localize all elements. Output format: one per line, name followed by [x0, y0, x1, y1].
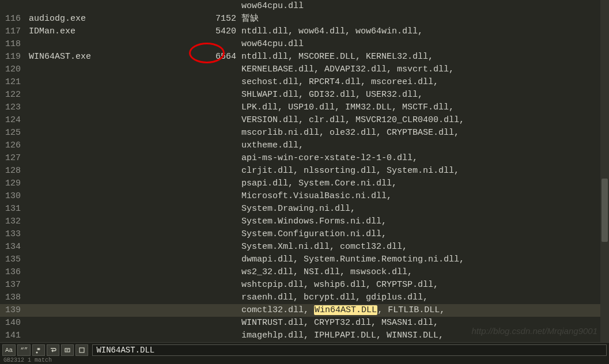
search-match: Win64AST.DLL: [314, 305, 377, 315]
editor-area[interactable]: wow64cpu.dll116audiodg.exe 7152 暂缺117IDM…: [0, 0, 609, 342]
editor-line[interactable]: 138 rsaenh.dll, bcrypt.dll, gdiplus.dll,: [0, 291, 609, 304]
line-number: 135: [0, 253, 25, 266]
line-number: 117: [0, 25, 25, 38]
line-content: Microsoft.VisualBasic.ni.dll,: [25, 190, 609, 203]
editor-line[interactable]: wow64cpu.dll: [0, 0, 609, 13]
line-number: [0, 0, 25, 13]
line-content: System.Drawing.ni.dll,: [25, 203, 609, 215]
line-number: 121: [0, 76, 25, 89]
line-number: 138: [0, 291, 25, 304]
editor-line[interactable]: 133 System.Configuration.ni.dll,: [0, 228, 609, 241]
wrap-icon: [50, 347, 56, 354]
editor-line[interactable]: 122 SHLWAPI.dll, GDI32.dll, USER32.dll,: [0, 89, 609, 101]
line-content: uxtheme.dll,: [25, 139, 609, 152]
line-number: 136: [0, 266, 25, 279]
highlight-button[interactable]: [75, 344, 88, 356]
in-selection-button[interactable]: [61, 344, 74, 356]
line-number: 133: [0, 228, 25, 241]
line-number: 120: [0, 63, 25, 76]
editor-line[interactable]: 123 LPK.dll, USP10.dll, IMM32.DLL, MSCTF…: [0, 101, 609, 114]
line-number: 122: [0, 89, 25, 101]
editor-line[interactable]: 127 api-ms-win-core-xstate-l2-1-0.dll,: [0, 152, 609, 165]
status-bar: GB2312 1 match: [0, 357, 609, 364]
line-content: LPK.dll, USP10.dll, IMM32.DLL, MSCTF.dll…: [25, 101, 609, 114]
editor-line[interactable]: 126 uxtheme.dll,: [0, 139, 609, 152]
line-number: 125: [0, 127, 25, 139]
footer: Aa “” GB2312 1 match: [0, 342, 609, 364]
editor-line[interactable]: 116audiodg.exe 7152 暂缺: [0, 13, 609, 25]
editor-line[interactable]: 139 comctl32.dll, Win64AST.DLL, FLTLIB.D…: [0, 304, 609, 317]
editor-line[interactable]: 121 sechost.dll, RPCRT4.dll, mscoreei.dl…: [0, 76, 609, 89]
line-content: WIN64AST.exe 6564 ntdll.dll, MSCOREE.DLL…: [25, 51, 609, 63]
line-content: SHLWAPI.dll, GDI32.dll, USER32.dll,: [25, 89, 609, 101]
line-number: 140: [0, 317, 25, 329]
line-number: 127: [0, 152, 25, 165]
line-number: 132: [0, 215, 25, 228]
selection-icon: [64, 347, 71, 354]
line-content: System.Configuration.ni.dll,: [25, 228, 609, 241]
editor-line[interactable]: 119WIN64AST.exe 6564 ntdll.dll, MSCOREE.…: [0, 51, 609, 63]
line-number: 124: [0, 114, 25, 127]
line-content: audiodg.exe 7152 暂缺: [25, 13, 609, 25]
editor-line[interactable]: 124 VERSION.dll, clr.dll, MSVCR120_CLR04…: [0, 114, 609, 127]
editor-line[interactable]: 129 psapi.dll, System.Core.ni.dll,: [0, 177, 609, 190]
editor-line[interactable]: 136 ws2_32.dll, NSI.dll, mswsock.dll,: [0, 266, 609, 279]
line-content: mscorlib.ni.dll, ole32.dll, CRYPTBASE.dl…: [25, 127, 609, 139]
editor-line[interactable]: 118 wow64cpu.dll: [0, 38, 609, 51]
line-content: sechost.dll, RPCRT4.dll, mscoreei.dll,: [25, 76, 609, 89]
vertical-scrollbar-thumb[interactable]: [602, 179, 608, 242]
editor-line[interactable]: 137 wshtcpip.dll, wship6.dll, CRYPTSP.dl…: [0, 279, 609, 291]
editor-line[interactable]: 131 System.Drawing.ni.dll,: [0, 203, 609, 215]
editor-line[interactable]: 125 mscorlib.ni.dll, ole32.dll, CRYPTBAS…: [0, 127, 609, 139]
line-number: 134: [0, 241, 25, 253]
line-content: wow64cpu.dll: [25, 38, 609, 51]
line-number: 129: [0, 177, 25, 190]
line-number: 128: [0, 165, 25, 177]
line-number: 116: [0, 13, 25, 25]
line-content: rsaenh.dll, bcrypt.dll, gdiplus.dll,: [25, 291, 609, 304]
line-number: 123: [0, 101, 25, 114]
line-number: 126: [0, 139, 25, 152]
editor-line[interactable]: 132 System.Windows.Forms.ni.dll,: [0, 215, 609, 228]
line-number: 141: [0, 329, 25, 342]
search-input[interactable]: [92, 344, 607, 356]
highlight-icon: [78, 347, 85, 354]
line-content: wow64cpu.dll: [25, 0, 609, 13]
vertical-scrollbar[interactable]: [600, 0, 609, 342]
regex-icon: [35, 347, 42, 354]
line-content: dwmapi.dll, System.Runtime.Remoting.ni.d…: [25, 253, 609, 266]
svg-rect-2: [65, 348, 70, 352]
editor-line[interactable]: 134 System.Xml.ni.dll, comctl32.dll,: [0, 241, 609, 253]
line-content: clrjit.dll, nlssorting.dll, System.ni.dl…: [25, 165, 609, 177]
line-content: wshtcpip.dll, wship6.dll, CRYPTSP.dll,: [25, 279, 609, 291]
editor-line[interactable]: 135 dwmapi.dll, System.Runtime.Remoting.…: [0, 253, 609, 266]
line-number: 118: [0, 38, 25, 51]
svg-point-1: [36, 352, 37, 353]
line-content: ws2_32.dll, NSI.dll, mswsock.dll,: [25, 266, 609, 279]
line-content: psapi.dll, System.Core.ni.dll,: [25, 177, 609, 190]
line-content: imagehlp.dll, IPHLPAPI.DLL, WINNSI.DLL,: [25, 329, 609, 342]
editor-line[interactable]: 128 clrjit.dll, nlssorting.dll, System.n…: [0, 165, 609, 177]
line-content: System.Windows.Forms.ni.dll,: [25, 215, 609, 228]
editor-line[interactable]: 130 Microsoft.VisualBasic.ni.dll,: [0, 190, 609, 203]
line-number: 119: [0, 51, 25, 63]
editor-line[interactable]: 120 KERNELBASE.dll, ADVAPI32.dll, msvcrt…: [0, 63, 609, 76]
search-bar: Aa “”: [0, 343, 609, 357]
line-content: api-ms-win-core-xstate-l2-1-0.dll,: [25, 152, 609, 165]
line-content: IDMan.exe 5420 ntdll.dll, wow64.dll, wow…: [25, 25, 609, 38]
line-content: comctl32.dll, Win64AST.DLL, FLTLIB.DLL,: [25, 304, 609, 317]
svg-rect-3: [80, 348, 84, 352]
editor-line[interactable]: 141 imagehlp.dll, IPHLPAPI.DLL, WINNSI.D…: [0, 329, 609, 342]
line-content: VERSION.dll, clr.dll, MSVCR120_CLR0400.d…: [25, 114, 609, 127]
line-number: 139: [0, 304, 25, 317]
editor-line[interactable]: 117IDMan.exe 5420 ntdll.dll, wow64.dll, …: [0, 25, 609, 38]
line-number: 137: [0, 279, 25, 291]
line-content: System.Xml.ni.dll, comctl32.dll,: [25, 241, 609, 253]
editor-line[interactable]: 140 WINTRUST.dll, CRYPT32.dll, MSASN1.dl…: [0, 317, 609, 329]
line-content: WINTRUST.dll, CRYPT32.dll, MSASN1.dll,: [25, 317, 609, 329]
line-content: KERNELBASE.dll, ADVAPI32.dll, msvcrt.dll…: [25, 63, 609, 76]
line-number: 130: [0, 190, 25, 203]
line-number: 131: [0, 203, 25, 215]
